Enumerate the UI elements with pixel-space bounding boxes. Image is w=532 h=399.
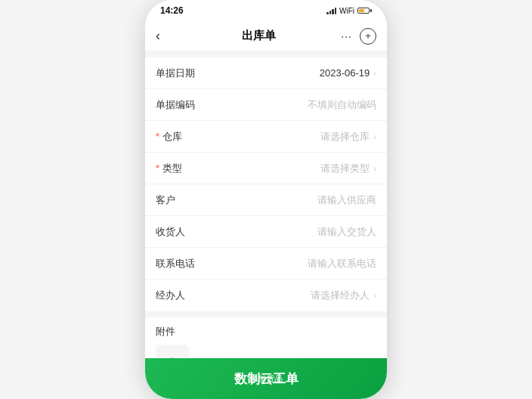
label-phone: 联系电话: [156, 257, 201, 271]
attachment-section: 附件 +: [145, 317, 387, 358]
form-row-warehouse[interactable]: 仓库 请选择仓库 ›: [145, 121, 387, 153]
nav-actions: ··· +: [341, 28, 376, 45]
label-customer: 客户: [156, 193, 201, 207]
phone-frame: 14:26 WiFi ‹ 出库单 ···: [145, 0, 387, 399]
value-handler: 请选择经办人 ›: [311, 289, 376, 302]
status-icons: WiFi: [326, 7, 372, 15]
label-handler: 经办人: [156, 289, 201, 302]
more-button[interactable]: ···: [341, 30, 352, 42]
form-row-phone[interactable]: 联系电话 请输入联系电话: [145, 248, 387, 280]
label-type: 类型: [156, 162, 201, 175]
label-warehouse: 仓库: [156, 130, 201, 144]
battery-icon: [357, 8, 372, 14]
form-row-date[interactable]: 单据日期 2023-06-19 ›: [145, 57, 387, 89]
back-button[interactable]: ‹: [156, 28, 177, 44]
chevron-icon: ›: [373, 69, 376, 78]
signal-icon: [326, 8, 336, 14]
chevron-icon: ›: [373, 291, 376, 300]
value-type: 请选择类型 ›: [320, 162, 376, 175]
value-receiver: 请输入交货人: [317, 225, 376, 239]
page-title: 出库单: [242, 29, 276, 43]
add-circle-button[interactable]: +: [360, 28, 376, 45]
form-row-code[interactable]: 单据编码 不填则自动编码: [145, 89, 387, 121]
chevron-icon: ›: [373, 132, 376, 141]
status-time: 14:26: [160, 5, 184, 16]
nav-bar: ‹ 出库单 ··· +: [145, 21, 387, 51]
value-phone: 请输入联系电话: [308, 257, 376, 271]
content-area: 单据日期 2023-06-19 › 单据编码 不填则自动编码 仓库 请选择仓库 …: [145, 51, 387, 358]
value-customer: 请输入供应商: [317, 193, 376, 207]
attachment-label: 附件: [156, 325, 376, 339]
value-warehouse: 请选择仓库 ›: [320, 130, 376, 144]
chevron-icon: ›: [373, 164, 376, 173]
form-row-type[interactable]: 类型 请选择类型 ›: [145, 153, 387, 184]
status-bar: 14:26 WiFi: [145, 0, 387, 21]
wifi-icon: WiFi: [339, 7, 354, 15]
form-card: 单据日期 2023-06-19 › 单据编码 不填则自动编码 仓库 请选择仓库 …: [145, 57, 387, 311]
form-row-receiver[interactable]: 收货人 请输入交货人: [145, 216, 387, 248]
bottom-bar: 数制云工单 添加货品: [145, 358, 387, 399]
form-row-customer[interactable]: 客户 请输入供应商: [145, 184, 387, 216]
form-row-handler[interactable]: 经办人 请选择经办人 ›: [145, 280, 387, 311]
attachment-add-button[interactable]: +: [156, 345, 189, 358]
label-date: 单据日期: [156, 66, 201, 80]
label-code: 单据编码: [156, 98, 201, 112]
add-goods-button[interactable]: 数制云工单 添加货品: [145, 358, 387, 399]
value-code: 不填则自动编码: [308, 98, 376, 112]
label-receiver: 收货人: [156, 225, 201, 239]
value-date: 2023-06-19 ›: [320, 67, 376, 79]
